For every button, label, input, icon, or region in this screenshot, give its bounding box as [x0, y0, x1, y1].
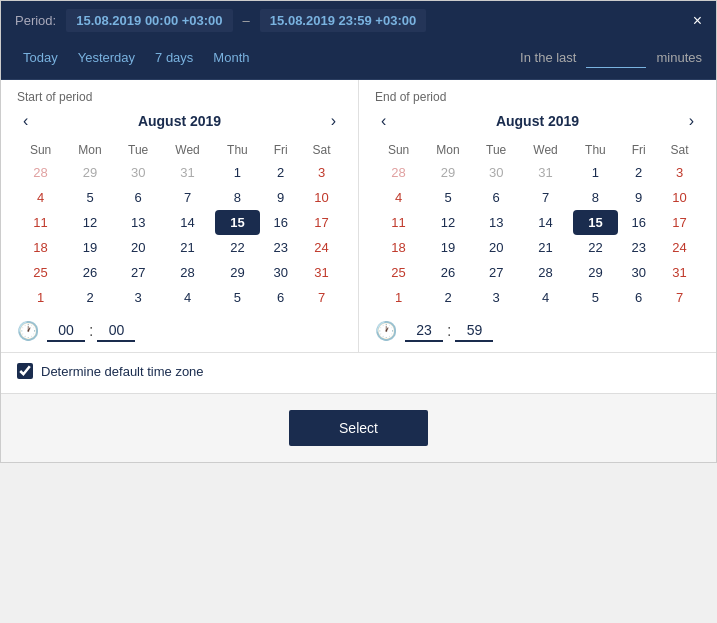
table-row[interactable]: 23 [618, 235, 659, 260]
table-row[interactable]: 1 [215, 160, 261, 185]
table-row[interactable]: 13 [116, 210, 161, 235]
table-row[interactable]: 22 [573, 235, 619, 260]
table-row[interactable]: 14 [161, 210, 215, 235]
table-row[interactable]: 2 [618, 160, 659, 185]
table-row[interactable]: 19 [64, 235, 116, 260]
table-row[interactable]: 31 [519, 160, 573, 185]
table-row[interactable]: 7 [161, 185, 215, 210]
table-row[interactable]: 31 [161, 160, 215, 185]
table-row[interactable]: 4 [161, 285, 215, 310]
table-row[interactable]: 3 [301, 160, 342, 185]
table-row[interactable]: 12 [64, 210, 116, 235]
table-row[interactable]: 28 [375, 160, 422, 185]
table-row[interactable]: 29 [422, 160, 474, 185]
start-next-button[interactable]: › [325, 110, 342, 132]
select-button[interactable]: Select [289, 410, 428, 446]
table-row[interactable]: 24 [659, 235, 700, 260]
table-row[interactable]: 27 [474, 260, 519, 285]
table-row[interactable]: 5 [64, 185, 116, 210]
table-row[interactable]: 29 [215, 260, 261, 285]
month-button[interactable]: Month [205, 46, 257, 69]
end-next-button[interactable]: › [683, 110, 700, 132]
table-row[interactable]: 14 [519, 210, 573, 235]
table-row[interactable]: 27 [116, 260, 161, 285]
table-row[interactable]: 19 [422, 235, 474, 260]
table-row[interactable]: 29 [64, 160, 116, 185]
in-last-input[interactable] [586, 48, 646, 68]
start-hour-input[interactable] [47, 320, 85, 342]
table-row[interactable]: 31 [659, 260, 700, 285]
table-row[interactable]: 22 [215, 235, 261, 260]
table-row[interactable]: 31 [301, 260, 342, 285]
close-button[interactable]: × [693, 12, 702, 30]
table-row[interactable]: 28 [17, 160, 64, 185]
table-row[interactable]: 13 [474, 210, 519, 235]
table-row[interactable]: 18 [17, 235, 64, 260]
table-row[interactable]: 30 [116, 160, 161, 185]
table-row[interactable]: 6 [474, 185, 519, 210]
table-row[interactable]: 21 [519, 235, 573, 260]
table-row[interactable]: 11 [375, 210, 422, 235]
table-row[interactable]: 2 [260, 160, 301, 185]
table-row[interactable]: 5 [215, 285, 261, 310]
table-row[interactable]: 16 [618, 210, 659, 235]
table-row[interactable]: 26 [422, 260, 474, 285]
table-row[interactable]: 2 [64, 285, 116, 310]
end-prev-button[interactable]: ‹ [375, 110, 392, 132]
table-row[interactable]: 30 [474, 160, 519, 185]
table-row[interactable]: 28 [161, 260, 215, 285]
table-row[interactable]: 30 [260, 260, 301, 285]
table-row[interactable]: 7 [301, 285, 342, 310]
table-row[interactable]: 7 [519, 185, 573, 210]
table-row[interactable]: 25 [17, 260, 64, 285]
table-row[interactable]: 10 [301, 185, 342, 210]
end-minute-input[interactable] [455, 320, 493, 342]
table-row[interactable]: 5 [422, 185, 474, 210]
table-row[interactable]: 20 [116, 235, 161, 260]
table-row[interactable]: 2 [422, 285, 474, 310]
table-row[interactable]: 1 [573, 160, 619, 185]
table-row[interactable]: 18 [375, 235, 422, 260]
start-minute-input[interactable] [97, 320, 135, 342]
table-row[interactable]: 16 [260, 210, 301, 235]
table-row[interactable]: 4 [17, 185, 64, 210]
table-row[interactable]: 3 [474, 285, 519, 310]
table-row[interactable]: 30 [618, 260, 659, 285]
table-row[interactable]: 9 [260, 185, 301, 210]
table-row[interactable]: 11 [17, 210, 64, 235]
end-hour-input[interactable] [405, 320, 443, 342]
table-row[interactable]: 9 [618, 185, 659, 210]
table-row[interactable]: 8 [573, 185, 619, 210]
table-row[interactable]: 23 [260, 235, 301, 260]
table-row[interactable]: 4 [519, 285, 573, 310]
yesterday-button[interactable]: Yesterday [70, 46, 143, 69]
table-row[interactable]: 28 [519, 260, 573, 285]
today-button[interactable]: Today [15, 46, 66, 69]
table-row[interactable]: 12 [422, 210, 474, 235]
table-row[interactable]: 6 [116, 185, 161, 210]
timezone-checkbox[interactable] [17, 363, 33, 379]
table-row[interactable]: 10 [659, 185, 700, 210]
table-row[interactable]: 25 [375, 260, 422, 285]
table-row[interactable]: 15 [573, 210, 619, 235]
table-row[interactable]: 17 [301, 210, 342, 235]
table-row[interactable]: 1 [375, 285, 422, 310]
table-row[interactable]: 3 [116, 285, 161, 310]
table-row[interactable]: 4 [375, 185, 422, 210]
table-row[interactable]: 17 [659, 210, 700, 235]
table-row[interactable]: 6 [618, 285, 659, 310]
table-row[interactable]: 24 [301, 235, 342, 260]
table-row[interactable]: 15 [215, 210, 261, 235]
table-row[interactable]: 8 [215, 185, 261, 210]
table-row[interactable]: 29 [573, 260, 619, 285]
table-row[interactable]: 21 [161, 235, 215, 260]
table-row[interactable]: 6 [260, 285, 301, 310]
start-prev-button[interactable]: ‹ [17, 110, 34, 132]
table-row[interactable]: 26 [64, 260, 116, 285]
table-row[interactable]: 7 [659, 285, 700, 310]
seven-days-button[interactable]: 7 days [147, 46, 201, 69]
table-row[interactable]: 5 [573, 285, 619, 310]
table-row[interactable]: 3 [659, 160, 700, 185]
table-row[interactable]: 20 [474, 235, 519, 260]
table-row[interactable]: 1 [17, 285, 64, 310]
